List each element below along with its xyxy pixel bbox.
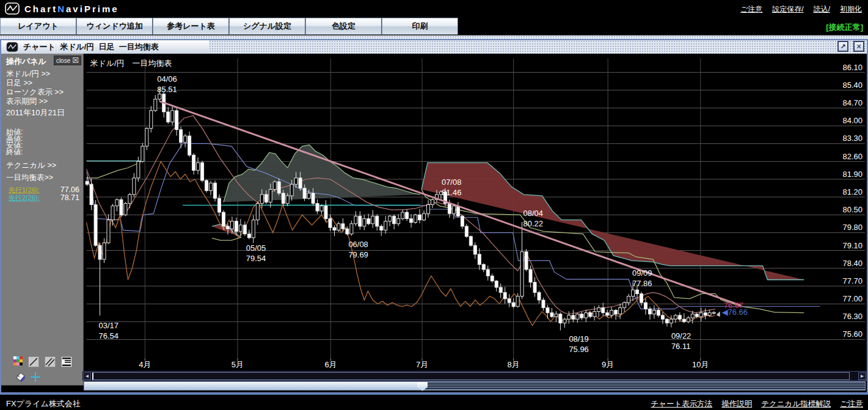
- svg-text:80.50: 80.50: [843, 205, 863, 214]
- scrollbar-thumb[interactable]: [92, 372, 850, 380]
- top-link-2[interactable]: 読込/: [814, 4, 830, 15]
- svg-text:4月: 4月: [139, 360, 151, 369]
- chart-annotation-price-1: 85.51: [157, 85, 177, 94]
- menu-buttons: レイアウトウィンドウ追加参考レート表シグナル設定色設定印刷: [0, 18, 458, 35]
- scroll-right-button[interactable]: ►: [858, 372, 866, 380]
- current-price-marker: ◀76.66: [722, 308, 748, 317]
- panel-item-2[interactable]: ローソク表示 >>: [1, 88, 83, 97]
- scroll-left-button[interactable]: ◄: [83, 372, 91, 380]
- app-logo: ChartNaviPrime: [5, 2, 119, 15]
- line-tool[interactable]: [28, 356, 39, 367]
- chart-annotation-date-0: 03/17: [99, 321, 119, 330]
- svg-text:75.60: 75.60: [843, 329, 863, 339]
- chart-horizontal-scrollbar[interactable]: ◄ ►: [82, 371, 867, 381]
- panel-item-indicator[interactable]: 一目均衡表>>: [1, 173, 83, 183]
- chart-annotation-price-2: 79.54: [246, 254, 266, 263]
- color-palette-tool[interactable]: [13, 356, 23, 365]
- footer-links: チャート表示方法操作説明テクニカル指標解説ご注意: [651, 399, 863, 409]
- senkou-row-1: 先行2(26):78.71: [1, 194, 83, 202]
- ohlc-label-3: 終値:: [1, 149, 83, 156]
- svg-text:8月: 8月: [508, 360, 520, 369]
- panel-close-button[interactable]: close ☒: [54, 56, 81, 65]
- svg-text:86.10: 86.10: [843, 63, 863, 72]
- footer-link-0[interactable]: チャート表示方法: [651, 399, 712, 409]
- footer-link-1[interactable]: 操作説明: [721, 399, 752, 409]
- chart-annotation-date-4: 07/08: [442, 178, 461, 187]
- senkou-value-1: 78.71: [60, 194, 79, 202]
- window-close-button[interactable]: ✕: [853, 41, 864, 52]
- svg-text:7月: 7月: [416, 360, 428, 369]
- control-panel: 操作パネル close ☒ 米ドル/円 >>日足 >>ローソク表示 >>表示期間…: [1, 54, 84, 386]
- senkou-link-0[interactable]: 先行1(26):: [9, 186, 40, 194]
- svg-text:79.10: 79.10: [843, 241, 863, 250]
- panel-close-label: close: [56, 57, 70, 64]
- menu-button-0[interactable]: レイアウト: [0, 18, 76, 35]
- chart-annotation-date-6: 08/19: [569, 334, 588, 343]
- svg-text:5月: 5月: [232, 360, 244, 369]
- svg-text:77.00: 77.00: [843, 294, 863, 303]
- menu-button-1[interactable]: ウィンドウ追加: [76, 18, 153, 35]
- menu-bar: レイアウトウィンドウ追加参考レート表シグナル設定色設定印刷 [接続正常]: [0, 18, 868, 35]
- window-maximize-button[interactable]: ↗: [837, 41, 848, 52]
- svg-text:85.40: 85.40: [843, 81, 863, 90]
- svg-text:81.20: 81.20: [843, 187, 863, 196]
- panel-date: 2011年10月21日: [1, 106, 83, 118]
- svg-text:9月: 9月: [602, 360, 614, 369]
- svg-text:82.60: 82.60: [843, 152, 863, 161]
- eraser-tool[interactable]: [15, 372, 26, 383]
- chart-annotation-date-8: 09/22: [671, 331, 691, 340]
- chart-title: 米ドル/円 一目均衡表: [90, 59, 172, 68]
- svg-text:10月: 10月: [692, 360, 709, 369]
- drawing-tools-row2: [15, 372, 41, 383]
- menu-button-5[interactable]: 印刷: [382, 18, 458, 35]
- svg-text:84.00: 84.00: [843, 116, 863, 125]
- svg-text:79.80: 79.80: [843, 223, 863, 232]
- top-link-3[interactable]: 初期化: [840, 4, 862, 15]
- close-icon: ☒: [72, 57, 79, 64]
- menu-button-3[interactable]: シグナル設定: [229, 18, 305, 35]
- svg-text:81.90: 81.90: [843, 170, 863, 179]
- period-slider[interactable]: [84, 381, 866, 390]
- slider-fill: [84, 382, 421, 390]
- window-title: チャート 米ドル/円 日足 一目均衡表: [23, 41, 159, 52]
- panel-item-3[interactable]: 表示期間 >>: [1, 97, 83, 106]
- senkou-link-1[interactable]: 先行2(26):: [9, 194, 40, 202]
- chart-annotation-price-5: 80.22: [523, 219, 543, 228]
- chart-annotation-price-8: 76.11: [671, 342, 690, 351]
- chart-annotation-price-7: 77.86: [632, 279, 652, 288]
- wave-logo-icon: [5, 2, 20, 15]
- window-wave-icon: [6, 42, 18, 52]
- panel-item-1[interactable]: 日足 >>: [1, 79, 83, 88]
- parallel-lines-tool[interactable]: [45, 356, 56, 367]
- connection-status: [接続正常]: [826, 22, 863, 33]
- menu-button-2[interactable]: 参考レート表: [153, 18, 229, 35]
- top-bar: ChartNaviPrime ご注意設定保存/読込/初期化: [0, 0, 868, 18]
- chart-annotation-date-5: 08/04: [523, 209, 543, 218]
- footer-link-3[interactable]: ご注意: [840, 399, 863, 409]
- window-titlebar[interactable]: チャート 米ドル/円 日足 一目均衡表 ↗ ✕: [1, 40, 867, 54]
- chart-annotation-price-0: 76.54: [99, 331, 119, 340]
- top-link-0[interactable]: ご注意: [740, 4, 762, 15]
- chart-annotation-date-3: 06/08: [348, 240, 368, 249]
- drawing-tools-row1: [13, 356, 72, 367]
- menu-button-4[interactable]: 色設定: [305, 18, 382, 35]
- chart-window: チャート 米ドル/円 日足 一目均衡表 ↗ ✕ 86.1085.4084.708…: [0, 39, 868, 394]
- company-name: FXプライム株式会社: [6, 398, 81, 409]
- svg-text:84.70: 84.70: [843, 98, 863, 107]
- svg-text:76.30: 76.30: [843, 312, 863, 321]
- footer-link-2[interactable]: テクニカル指標解説: [761, 399, 831, 409]
- status-bar: FXプライム株式会社 チャート表示方法操作説明テクニカル指標解説ご注意: [0, 394, 868, 410]
- chart-annotation-date-2: 05/05: [246, 243, 266, 253]
- panel-item-technical[interactable]: テクニカル >>: [1, 160, 83, 171]
- svg-text:78.40: 78.40: [843, 259, 863, 268]
- svg-text:77.70: 77.70: [843, 276, 863, 286]
- top-link-1[interactable]: 設定保存/: [772, 4, 803, 15]
- panel-item-0[interactable]: 米ドル/円 >>: [1, 70, 83, 79]
- trend-line: [161, 102, 740, 306]
- crosshair-tool[interactable]: [30, 372, 41, 383]
- text-note-tool[interactable]: [61, 356, 72, 367]
- top-links: ご注意設定保存/読込/初期化: [740, 4, 862, 15]
- chart-annotation-price-4: 81.46: [442, 188, 461, 197]
- price-chart: 86.1085.4084.7084.0083.3082.6081.9081.20…: [1, 54, 867, 371]
- svg-text:83.30: 83.30: [843, 134, 863, 143]
